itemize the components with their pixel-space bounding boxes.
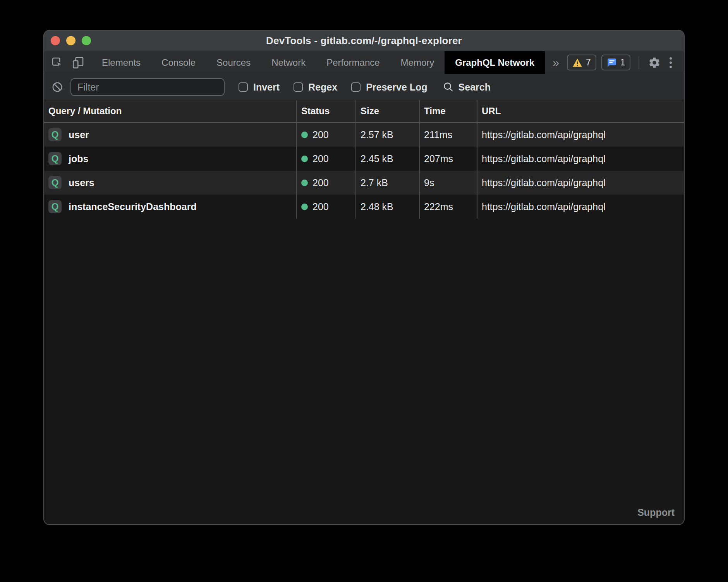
- size-cell: 2.45 kB: [355, 147, 419, 171]
- url-cell: https://gitlab.com/api/graphql: [477, 147, 684, 171]
- search-label: Search: [458, 82, 491, 93]
- titlebar[interactable]: DevTools - gitlab.com/-/graphql-explorer: [44, 31, 684, 51]
- query-cell: Q instanceSecurityDashboard: [44, 195, 296, 219]
- inspect-element-icon[interactable]: [50, 56, 64, 70]
- devtools-window: DevTools - gitlab.com/-/graphql-explorer…: [43, 30, 685, 525]
- query-cell: Q user: [44, 123, 296, 147]
- status-ok-dot: [301, 156, 308, 162]
- status-code: 200: [312, 177, 329, 188]
- toolbar-icons: [44, 51, 85, 74]
- preserve-log-label[interactable]: Preserve Log: [366, 82, 427, 93]
- panel-body: Support: [44, 219, 684, 524]
- tab-graphql-network[interactable]: GraphQL Network: [445, 51, 545, 74]
- close-button[interactable]: [51, 36, 60, 45]
- time-cell: 222ms: [419, 195, 477, 219]
- query-type-badge: Q: [48, 176, 62, 189]
- more-tabs-icon[interactable]: »: [545, 51, 567, 74]
- filter-toolbar: Invert Regex Preserve Log Search: [44, 74, 684, 100]
- column-header-time[interactable]: Time: [419, 100, 477, 123]
- tabbar-right-divider: [639, 56, 639, 69]
- query-type-badge: Q: [48, 152, 62, 165]
- search-control[interactable]: Search: [443, 82, 491, 93]
- query-type-badge: Q: [48, 128, 62, 141]
- size-cell: 2.48 kB: [355, 195, 419, 219]
- status-cell: 200: [296, 123, 355, 147]
- messages-badge[interactable]: 1: [601, 55, 631, 70]
- url-cell: https://gitlab.com/api/graphql: [477, 195, 684, 219]
- kebab-menu-icon[interactable]: [666, 57, 675, 68]
- status-ok-dot: [301, 132, 308, 138]
- status-code: 200: [312, 201, 329, 212]
- time-cell: 211ms: [419, 123, 477, 147]
- status-ok-dot: [301, 180, 308, 186]
- tab-memory[interactable]: Memory: [390, 51, 445, 74]
- query-name: users: [69, 177, 94, 188]
- invert-checkbox[interactable]: [239, 82, 248, 92]
- query-name: user: [69, 129, 89, 140]
- preserve-log-option: Preserve Log: [351, 82, 427, 93]
- url-cell: https://gitlab.com/api/graphql: [477, 123, 684, 147]
- window-controls: [51, 31, 91, 51]
- message-icon: [607, 58, 617, 68]
- tabbar-right-controls: 7 1: [567, 51, 685, 74]
- tab-network[interactable]: Network: [261, 51, 316, 74]
- preserve-log-checkbox[interactable]: [351, 82, 361, 92]
- regex-option: Regex: [294, 82, 337, 93]
- tab-performance[interactable]: Performance: [316, 51, 390, 74]
- status-cell: 200: [296, 147, 355, 171]
- invert-label[interactable]: Invert: [253, 82, 280, 93]
- time-cell: 207ms: [419, 147, 477, 171]
- tab-console[interactable]: Console: [151, 51, 206, 74]
- query-name: jobs: [69, 153, 88, 164]
- column-header-size[interactable]: Size: [355, 100, 419, 123]
- status-code: 200: [312, 153, 329, 164]
- requests-table: Query / Mutation Status Size Time URL Q …: [44, 100, 684, 219]
- settings-gear-icon[interactable]: [647, 56, 661, 70]
- status-cell: 200: [296, 171, 355, 195]
- window-title: DevTools - gitlab.com/-/graphql-explorer: [266, 35, 462, 47]
- support-link[interactable]: Support: [637, 507, 675, 518]
- clear-log-icon[interactable]: [50, 80, 64, 94]
- tab-elements[interactable]: Elements: [91, 51, 151, 74]
- message-count: 1: [620, 57, 625, 68]
- query-name: instanceSecurityDashboard: [69, 201, 197, 212]
- query-cell: Q users: [44, 171, 296, 195]
- warnings-badge[interactable]: 7: [567, 55, 596, 70]
- size-cell: 2.7 kB: [355, 171, 419, 195]
- status-code: 200: [312, 129, 329, 140]
- regex-checkbox[interactable]: [294, 82, 303, 92]
- url-cell: https://gitlab.com/api/graphql: [477, 171, 684, 195]
- warning-count: 7: [586, 57, 591, 68]
- tab-sources[interactable]: Sources: [206, 51, 261, 74]
- filter-input[interactable]: [70, 78, 225, 96]
- warning-icon: [572, 58, 582, 67]
- devtools-tabbar: Elements Console Sources Network Perform…: [44, 51, 684, 74]
- query-cell: Q jobs: [44, 147, 296, 171]
- status-cell: 200: [296, 195, 355, 219]
- minimize-button[interactable]: [66, 36, 76, 45]
- time-cell: 9s: [419, 171, 477, 195]
- size-cell: 2.57 kB: [355, 123, 419, 147]
- column-header-status[interactable]: Status: [296, 100, 355, 123]
- device-toolbar-icon[interactable]: [71, 56, 85, 70]
- column-header-url[interactable]: URL: [477, 100, 684, 123]
- invert-option: Invert: [239, 82, 280, 93]
- regex-label[interactable]: Regex: [308, 82, 337, 93]
- query-type-badge: Q: [48, 200, 62, 213]
- column-header-query-mutation[interactable]: Query / Mutation: [44, 100, 296, 123]
- status-ok-dot: [301, 204, 308, 210]
- zoom-button[interactable]: [82, 36, 91, 45]
- panel-tabs: Elements Console Sources Network Perform…: [91, 51, 545, 74]
- search-icon: [443, 82, 454, 92]
